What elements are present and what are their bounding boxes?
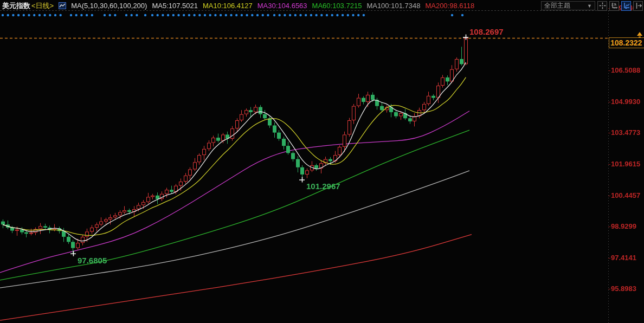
ma60-value: MA60:103.7215 [312, 2, 362, 10]
candlestick-chart[interactable] [0, 0, 644, 323]
mini-chart-icon[interactable] [59, 2, 66, 9]
crosshair-icon[interactable] [597, 1, 607, 11]
trading-chart-app: 美元指数 <日线> MA(5,10,30,60,100,200) MA5:107… [0, 0, 644, 323]
legend-bar: 美元指数 <日线> MA(5,10,30,60,100,200) MA5:107… [2, 1, 474, 11]
toolbar-actions: 全部主题 ▼ [541, 1, 643, 11]
axis-scale-icon[interactable] [609, 1, 619, 11]
symbol-title: 美元指数 [2, 1, 30, 11]
popout-icon[interactable] [633, 1, 643, 11]
ma10-value: MA10:106.4127 [203, 2, 253, 10]
toolbar: 美元指数 <日线> MA(5,10,30,60,100,200) MA5:107… [0, 0, 644, 11]
ma5-value: MA5:107.5021 [152, 2, 198, 10]
chart-style-icon[interactable] [621, 1, 631, 11]
ma-group-label: MA(5,10,30,60,100,200) [71, 2, 147, 10]
ma100-value: MA100:101.7348 [366, 2, 420, 10]
ma200-value: MA200:98.6118 [425, 2, 474, 10]
theme-dropdown[interactable]: 全部主题 ▼ [541, 1, 595, 10]
chevron-down-icon: ▼ [587, 3, 592, 9]
theme-dropdown-label: 全部主题 [544, 1, 570, 10]
period-label[interactable]: <日线> [31, 1, 54, 11]
ma30-value: MA30:104.6563 [257, 2, 307, 10]
